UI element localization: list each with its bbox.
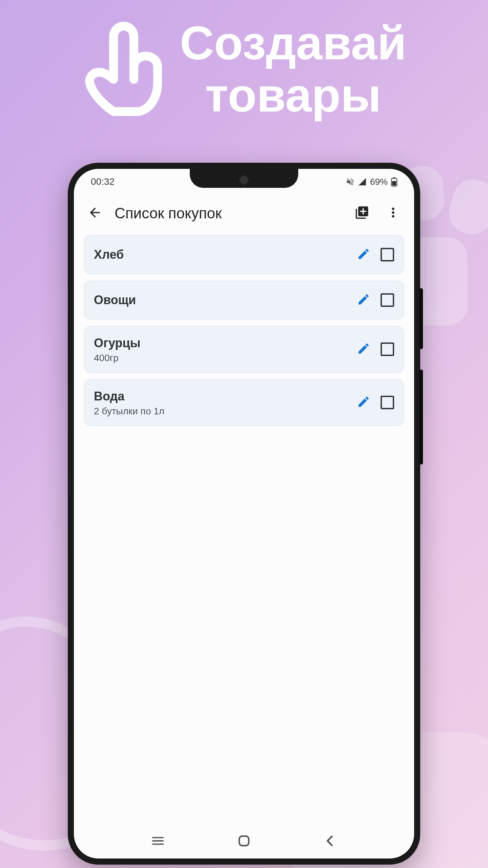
promo-headline-2: товары — [180, 69, 406, 121]
recents-icon — [150, 833, 166, 849]
more-vert-icon — [386, 205, 401, 220]
edit-button[interactable] — [354, 339, 373, 359]
promo-header: Создавай товары — [0, 0, 488, 135]
signal-icon — [358, 177, 367, 186]
item-checkbox[interactable] — [381, 342, 394, 356]
edit-button[interactable] — [354, 244, 373, 265]
pencil-icon — [357, 395, 370, 409]
add-item-button[interactable] — [350, 201, 373, 225]
item-checkbox[interactable] — [381, 248, 394, 261]
status-indicators: 69% — [346, 177, 397, 187]
app-bar: Список покупок — [74, 195, 414, 232]
pencil-icon — [357, 247, 370, 261]
add-box-icon — [354, 205, 369, 220]
phone-mockup: 00:32 69% Список покупок Хле — [68, 163, 420, 865]
pencil-icon — [357, 293, 370, 306]
edit-button[interactable] — [354, 290, 373, 310]
list-item[interactable]: Овощи — [84, 281, 404, 319]
item-title: Вода — [94, 389, 347, 405]
nav-back-button[interactable] — [316, 826, 345, 857]
back-button[interactable] — [83, 201, 106, 225]
promo-headline-1: Создавай — [180, 17, 406, 69]
list-item[interactable]: Хлеб — [84, 235, 404, 274]
page-title: Список покупок — [115, 205, 342, 222]
battery-text: 69% — [370, 177, 388, 187]
mute-icon — [346, 177, 354, 186]
svg-rect-3 — [239, 836, 249, 846]
phone-side-button — [420, 370, 423, 465]
svg-rect-1 — [393, 177, 395, 178]
item-checkbox[interactable] — [381, 293, 394, 307]
svg-rect-2 — [392, 181, 396, 185]
phone-side-button — [420, 288, 423, 349]
chevron-left-icon — [322, 833, 338, 849]
item-title: Хлеб — [94, 247, 347, 263]
item-checkbox[interactable] — [381, 396, 394, 409]
list-item[interactable]: Огурцы 400гр — [84, 326, 404, 373]
item-title: Овощи — [94, 292, 347, 308]
item-title: Огурцы — [94, 335, 347, 351]
phone-notch — [190, 169, 298, 188]
home-button[interactable] — [230, 827, 258, 856]
edit-button[interactable] — [354, 392, 373, 413]
recents-button[interactable] — [143, 826, 172, 857]
more-menu-button[interactable] — [382, 201, 405, 225]
list-item[interactable]: Вода 2 бутылки по 1л — [84, 379, 404, 426]
home-icon — [237, 834, 251, 848]
arrow-back-icon — [87, 205, 102, 220]
battery-icon — [391, 177, 397, 186]
item-subtitle: 2 бутылки по 1л — [94, 406, 347, 417]
items-list: Хлеб Овощи Огурцы 400гр — [74, 232, 414, 436]
android-nav-bar — [74, 825, 414, 859]
item-subtitle: 400гр — [94, 353, 347, 363]
tap-gesture-icon — [81, 20, 166, 118]
pencil-icon — [357, 342, 370, 355]
status-time: 00:32 — [91, 176, 115, 187]
